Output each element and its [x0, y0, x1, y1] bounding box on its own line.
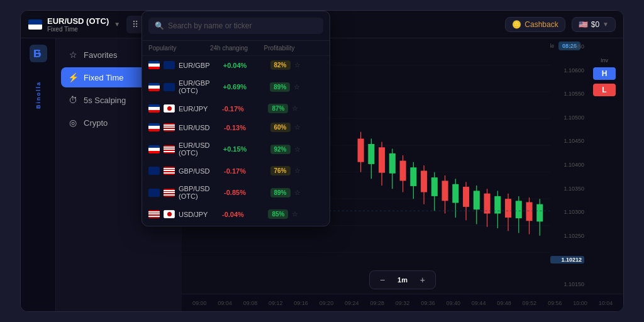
asset-pair-name: EUR/JPY	[179, 105, 208, 113]
time-09-44: 09:44	[466, 300, 491, 306]
favorite-star-icon[interactable]: ☆	[294, 83, 300, 91]
asset-name-cell: EUR/GBP	[148, 61, 210, 69]
flag-secondary	[164, 123, 175, 131]
candlestick-icon: ⠿	[132, 19, 138, 30]
nav-label-crypto: Crypto	[84, 118, 108, 128]
flag-icon: 🇺🇸	[579, 20, 588, 29]
asset-name-cell: GBP/USD (OTC)	[148, 185, 210, 200]
flag-secondary	[164, 189, 175, 197]
col-profit: Profitability	[254, 45, 304, 52]
time-10-04: 10:04	[593, 300, 618, 306]
profit-cell: 85% ☆	[258, 209, 308, 219]
table-row[interactable]: GBP/USD (OTC) -0.85% 89% ☆	[142, 180, 330, 205]
favorite-star-icon[interactable]: ☆	[294, 123, 301, 131]
favorite-star-icon[interactable]: ☆	[294, 145, 301, 153]
price-label-8: 1.10300	[550, 209, 584, 215]
favorite-star-icon[interactable]: ☆	[292, 210, 298, 218]
low-button[interactable]: L	[593, 84, 615, 96]
table-row[interactable]: EUR/USD -0.13% 60% ☆	[142, 118, 330, 137]
time-09-24: 09:24	[339, 300, 364, 306]
table-row[interactable]: AUD/CAD - - ☆	[142, 224, 330, 226]
sidebar: Binolla	[21, 38, 56, 311]
balance-button[interactable]: 🇺🇸 $0 ▼	[572, 17, 616, 32]
table-row[interactable]: EUR/GBP (OTC) +0.69% 89% ☆	[142, 75, 330, 99]
time-axis: 09:00 09:04 09:08 09:12 09:16 09:20 09:2…	[182, 294, 623, 311]
current-price-label: 1.10212	[550, 256, 584, 264]
profit-badge: 89%	[270, 82, 290, 92]
asset-name-cell: EUR/USD (OTC)	[148, 142, 210, 157]
flag-secondary	[164, 210, 175, 218]
asset-pair-name: USD/JPY	[179, 211, 208, 218]
star-icon: ☆	[67, 50, 79, 60]
svg-rect-25	[421, 171, 427, 192]
favorite-star-icon[interactable]: ☆	[294, 61, 301, 69]
price-label-9: 1.10250	[550, 233, 584, 239]
profit-cell: 92% ☆	[260, 145, 311, 154]
time-09-32: 09:32	[390, 300, 415, 306]
asset-selector[interactable]: EUR/USD (OTC) Fixed Time ▼	[28, 16, 120, 33]
main-content: Binolla ☆ Favorites ⚡ Fixed Time ⏱ 5s Sc…	[21, 38, 623, 311]
zoom-in-button[interactable]: +	[416, 274, 429, 286]
asset-pair-name: EUR/USD (OTC)	[179, 142, 210, 157]
profit-badge: 82%	[270, 60, 291, 70]
profit-badge: 60%	[270, 123, 291, 132]
chevron-down-icon: ▼	[114, 21, 120, 28]
svg-rect-33	[463, 187, 469, 207]
time-09-12: 09:12	[263, 300, 288, 306]
time-10-00: 10:00	[567, 300, 592, 306]
flag-primary	[148, 83, 160, 91]
asset-list: EUR/GBP +0.04% 82% ☆ EUR/GBP (OTC) +0.69…	[142, 56, 330, 226]
nav-label-fixed-time: Fixed Time	[84, 73, 124, 82]
profit-cell: 60% ☆	[260, 123, 311, 132]
table-row[interactable]: EUR/JPY -0.17% 87% ☆	[142, 99, 330, 118]
flag-primary	[148, 104, 160, 113]
favorite-star-icon[interactable]: ☆	[292, 104, 298, 113]
asset-name: EUR/USD (OTC)	[47, 16, 109, 26]
time-09-56: 09:56	[542, 300, 567, 306]
profit-badge: 92%	[270, 145, 291, 154]
asset-pair-name: GBP/USD (OTC)	[179, 185, 210, 200]
svg-rect-17	[379, 147, 385, 172]
svg-rect-47	[536, 204, 543, 222]
cashback-label: Cashback	[525, 20, 558, 29]
table-row[interactable]: EUR/GBP +0.04% 82% ☆	[142, 56, 330, 75]
asset-name-cell: EUR/JPY	[148, 104, 208, 113]
zoom-out-button[interactable]: −	[376, 274, 389, 286]
balance-amount: $0	[591, 20, 599, 29]
time-09-48: 09:48	[491, 300, 516, 306]
flag-primary	[148, 167, 160, 175]
change-value: +0.15%	[210, 145, 260, 153]
svg-rect-21	[400, 161, 406, 181]
change-value: +0.04%	[210, 62, 260, 69]
svg-rect-45	[526, 202, 532, 221]
asset-flag-icon	[28, 19, 42, 30]
price-label-7: 1.10350	[550, 186, 584, 192]
flag-secondary	[164, 167, 175, 175]
table-row[interactable]: EUR/USD (OTC) +0.15% 92% ☆	[142, 137, 330, 162]
chevron-down-icon: ▼	[602, 21, 609, 28]
table-row[interactable]: USD/JPY -0.04% 85% ☆	[142, 205, 330, 224]
price-label-3: 1.10550	[550, 91, 584, 97]
flag-primary	[148, 145, 160, 153]
favorite-star-icon[interactable]: ☆	[294, 167, 301, 175]
cashback-button[interactable]: 🪙 Cashback	[505, 17, 565, 32]
time-09-52: 09:52	[517, 300, 542, 306]
timer-icon: ⏱	[67, 95, 79, 105]
profit-cell: 82% ☆	[260, 60, 311, 70]
inv-label: Inv	[601, 57, 608, 64]
price-label-4: 1.10500	[550, 114, 584, 121]
col-change: 24h changing	[204, 45, 254, 52]
profit-cell: 89% ☆	[260, 188, 311, 197]
table-row[interactable]: GBP/USD -0.17% 76% ☆	[142, 162, 330, 180]
svg-rect-19	[389, 153, 396, 174]
flag-primary	[148, 123, 160, 131]
high-button[interactable]: H	[593, 67, 616, 80]
asset-pair-name: EUR/GBP (OTC)	[179, 79, 209, 94]
time-09-08: 09:08	[238, 300, 263, 306]
svg-rect-13	[358, 138, 364, 162]
price-label-1: 1.10650	[550, 43, 584, 50]
profit-badge: 89%	[270, 188, 291, 197]
favorite-star-icon[interactable]: ☆	[294, 189, 301, 197]
change-value: -0.17%	[210, 167, 260, 175]
time-09-40: 09:40	[441, 300, 466, 306]
